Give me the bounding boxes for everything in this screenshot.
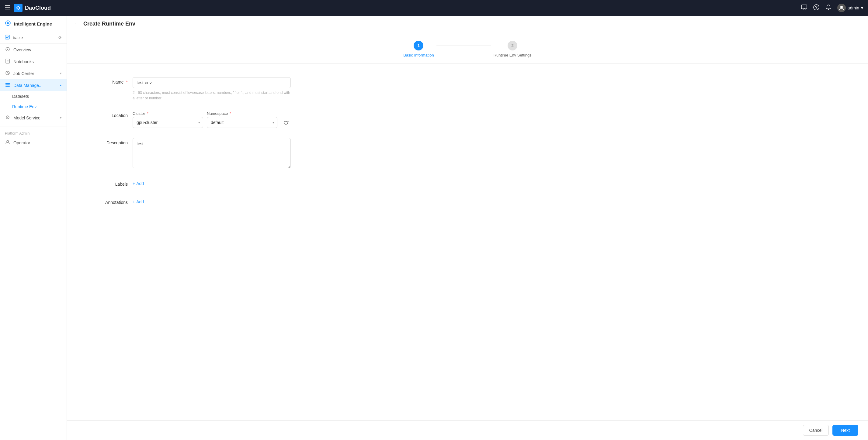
step-2: 2 Runtime Env Settings <box>494 41 532 58</box>
cluster-label: Cluster * <box>133 111 203 116</box>
svg-point-7 <box>816 8 816 9</box>
sidebar-item-label: Data Manage... <box>13 83 42 88</box>
annotations-field-row: Annotations + Add <box>67 194 868 210</box>
cluster-select-wrapper: gpu-cluster default-cluster ▾ <box>133 117 203 128</box>
intelligent-engine-icon <box>5 20 11 27</box>
next-button[interactable]: Next <box>832 425 858 436</box>
svg-rect-11 <box>5 35 9 39</box>
annotations-label: Annotations <box>91 198 128 205</box>
page-footer: Cancel Next <box>67 420 868 440</box>
svg-point-13 <box>7 48 8 50</box>
svg-rect-20 <box>5 84 10 86</box>
username: admin <box>848 5 859 10</box>
description-label: Description <box>91 138 128 145</box>
steps: 1 Basic Information 2 Runtime Env Settin… <box>403 41 531 58</box>
sidebar-item-label: Notebooks <box>13 59 34 64</box>
page-header: ← Create Runtime Env <box>67 16 868 32</box>
labels-add-button[interactable]: + Add <box>133 179 144 188</box>
svg-rect-1 <box>5 7 10 8</box>
annotations-add-button[interactable]: + Add <box>133 198 144 206</box>
workspace-refresh-icon[interactable]: ⟳ <box>58 35 62 40</box>
operator-icon <box>5 140 10 145</box>
logo: DaoCloud <box>14 4 51 12</box>
annotations-add-icon: + <box>133 199 135 204</box>
datasets-label: Datasets <box>12 94 29 99</box>
step-line <box>436 45 491 46</box>
user-chevron: ▾ <box>861 5 863 10</box>
step-2-circle: 2 <box>507 41 517 50</box>
namespace-refresh-button[interactable] <box>281 117 291 128</box>
step-1-circle: 1 <box>414 41 423 50</box>
name-control: 2 - 63 characters, must consist of lower… <box>133 77 291 101</box>
svg-rect-0 <box>5 5 10 6</box>
name-label: Name * <box>91 77 128 84</box>
svg-rect-21 <box>5 86 10 87</box>
svg-point-10 <box>7 22 9 24</box>
sidebar-item-overview[interactable]: Overview <box>0 44 67 56</box>
labels-field-row: Labels + Add <box>67 176 868 192</box>
annotations-add-label: Add <box>136 199 144 204</box>
menu-icon[interactable] <box>5 5 10 11</box>
operator-label: Operator <box>13 140 30 145</box>
model-service-icon <box>5 115 10 121</box>
location-label: Location <box>91 111 128 118</box>
cluster-field-group: Cluster * gpu-cluster default-cluster ▾ <box>133 111 203 128</box>
sidebar-item-job-center[interactable]: Job Center ▾ <box>0 67 67 79</box>
namespace-field-group: Namespace * default kube-system ▾ <box>207 111 277 128</box>
topbar-icons: admin ▾ <box>801 4 863 12</box>
cluster-select[interactable]: gpu-cluster default-cluster <box>133 117 203 128</box>
annotations-control: + Add <box>133 198 291 206</box>
chat-icon[interactable] <box>801 4 807 12</box>
model-service-chevron: ▾ <box>60 116 62 120</box>
step-2-label: Runtime Env Settings <box>494 53 532 58</box>
avatar <box>837 4 846 12</box>
description-control: test <box>133 138 291 170</box>
data-manage-chevron: ▴ <box>60 83 62 87</box>
svg-point-4 <box>17 7 19 9</box>
svg-rect-19 <box>5 83 10 84</box>
location-field-row: Location Cluster * gpu-cluster <box>67 107 868 132</box>
location-fields: Cluster * gpu-cluster default-cluster ▾ <box>133 111 291 128</box>
sidebar-item-label: Model Service <box>13 115 40 120</box>
svg-point-23 <box>7 140 8 142</box>
topbar: DaoCloud <box>0 0 868 16</box>
namespace-label: Namespace * <box>207 111 277 116</box>
content-area: ← Create Runtime Env 1 Basic Information <box>67 16 868 440</box>
notification-icon[interactable] <box>825 4 832 12</box>
svg-point-8 <box>840 6 843 8</box>
namespace-select[interactable]: default kube-system <box>207 117 277 128</box>
sidebar-baize-workspace[interactable]: baize ⟳ <box>0 32 67 44</box>
sidebar-item-operator[interactable]: Operator <box>0 137 67 148</box>
name-field-row: Name * 2 - 63 characters, must consist o… <box>67 73 868 105</box>
job-center-chevron: ▾ <box>60 71 62 75</box>
sidebar-item-notebooks[interactable]: Notebooks <box>0 56 67 67</box>
name-hint: 2 - 63 characters, must consist of lower… <box>133 90 291 101</box>
user-menu[interactable]: admin ▾ <box>837 4 863 12</box>
runtime-env-label: Runtime Env <box>12 104 36 109</box>
sidebar-sub-item-runtime-env[interactable]: Runtime Env <box>0 101 67 112</box>
sidebar-section-header: Intelligent Engine <box>0 16 67 32</box>
job-center-icon <box>5 70 10 76</box>
baize-label: baize <box>13 35 23 40</box>
description-input[interactable]: test <box>133 138 291 168</box>
step-1-label: Basic Information <box>403 53 434 58</box>
labels-label: Labels <box>91 179 128 187</box>
namespace-select-wrapper: default kube-system ▾ <box>207 117 277 128</box>
help-icon[interactable] <box>813 4 819 12</box>
labels-control: + Add <box>133 179 291 188</box>
form-section: Name * 2 - 63 characters, must consist o… <box>67 64 868 420</box>
steps-container: 1 Basic Information 2 Runtime Env Settin… <box>67 32 868 64</box>
labels-add-icon: + <box>133 181 135 186</box>
baize-icon <box>5 35 10 40</box>
name-input[interactable] <box>133 77 291 88</box>
cancel-button[interactable]: Cancel <box>803 425 829 436</box>
sidebar-section-title: Intelligent Engine <box>14 21 52 27</box>
back-button[interactable]: ← <box>74 21 80 27</box>
notebooks-icon <box>5 59 10 64</box>
step-1: 1 Basic Information <box>403 41 434 58</box>
sidebar-item-data-manage[interactable]: Data Manage... ▴ <box>0 79 67 91</box>
sidebar-item-label: Overview <box>13 47 31 52</box>
sidebar-item-model-service[interactable]: Model Service ▾ <box>0 112 67 124</box>
sidebar-sub-item-datasets[interactable]: Datasets <box>0 91 67 101</box>
sidebar-item-label: Job Center <box>13 71 34 76</box>
